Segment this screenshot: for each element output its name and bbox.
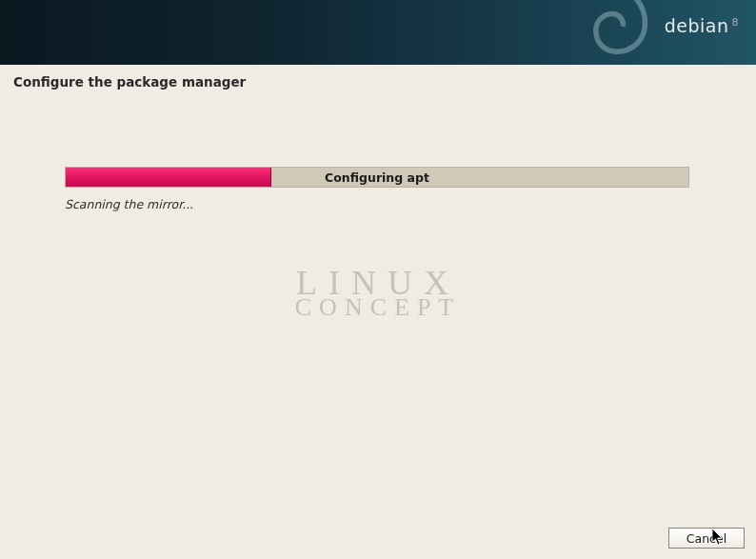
page-title: Configure the package manager xyxy=(0,65,756,97)
brand-name: debian xyxy=(665,15,729,36)
progress-area: Configuring apt Scanning the mirror... xyxy=(65,167,689,211)
brand-label: debian8 xyxy=(665,15,739,36)
installer-header: debian8 xyxy=(0,0,756,65)
watermark-line2: CONCEPT xyxy=(295,297,461,319)
watermark: LINUX CONCEPT xyxy=(295,269,461,319)
brand-version: 8 xyxy=(732,16,740,29)
watermark-line1: LINUX xyxy=(295,269,461,299)
status-text: Scanning the mirror... xyxy=(65,197,689,211)
progress-label: Configuring apt xyxy=(66,168,688,187)
progress-bar: Configuring apt xyxy=(65,167,689,188)
cancel-button[interactable]: Cancel xyxy=(668,528,745,549)
debian-swirl-icon xyxy=(556,0,661,65)
footer: Cancel xyxy=(0,517,756,559)
content-area: Configuring apt Scanning the mirror... L… xyxy=(0,97,756,534)
